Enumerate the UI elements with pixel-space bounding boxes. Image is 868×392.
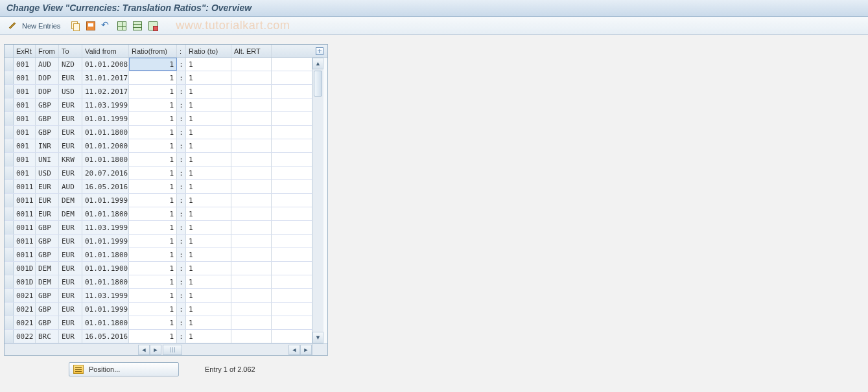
- cell-from[interactable]: UNI: [36, 153, 59, 166]
- row-selector[interactable]: [5, 289, 14, 302]
- cell-to[interactable]: KRW: [59, 153, 82, 166]
- cell-alt-ert[interactable]: [231, 153, 272, 166]
- cell-to[interactable]: EUR: [59, 248, 82, 261]
- cell-ratio-to[interactable]: 1: [186, 275, 231, 288]
- cell-exrt[interactable]: 001: [14, 112, 36, 125]
- cell-alt-ert[interactable]: [231, 303, 272, 316]
- select-all-icon[interactable]: [116, 20, 128, 32]
- cell-alt-ert[interactable]: [231, 221, 272, 234]
- row-selector[interactable]: [5, 180, 14, 193]
- cell-ratio-from[interactable]: 1: [129, 58, 177, 71]
- table-row[interactable]: 001GBPEUR11.03.19991:1: [5, 98, 312, 112]
- cell-alt-ert[interactable]: [231, 275, 272, 288]
- cell-ratio-from[interactable]: 1: [129, 167, 177, 179]
- cell-ratio-from[interactable]: 1: [129, 207, 177, 220]
- cell-exrt[interactable]: 0011: [14, 180, 36, 193]
- table-row[interactable]: 001DDEMEUR01.01.18001:1: [5, 275, 312, 289]
- cell-valid-from[interactable]: 16.05.2016: [82, 330, 129, 343]
- select-block-icon[interactable]: [132, 20, 143, 32]
- cell-to[interactable]: DEM: [59, 194, 82, 207]
- cell-ratio-from[interactable]: 1: [129, 85, 177, 98]
- cell-to[interactable]: EUR: [59, 71, 82, 84]
- hscroll-right2-icon[interactable]: ►: [300, 345, 312, 355]
- cell-alt-ert[interactable]: [231, 71, 272, 84]
- row-selector[interactable]: [5, 71, 14, 84]
- delete-icon[interactable]: [147, 20, 159, 32]
- table-row[interactable]: 001GBPEUR01.01.18001:1: [5, 126, 312, 139]
- cell-alt-ert[interactable]: [231, 262, 272, 275]
- row-selector[interactable]: [5, 235, 14, 248]
- row-selector[interactable]: [5, 303, 14, 316]
- cell-ratio-from[interactable]: 1: [129, 330, 177, 343]
- cell-ratio-to[interactable]: 1: [186, 330, 231, 343]
- cell-exrt[interactable]: 001D: [14, 275, 36, 288]
- cell-alt-ert[interactable]: [231, 207, 272, 220]
- cell-ratio-to[interactable]: 1: [186, 126, 231, 139]
- row-selector[interactable]: [5, 167, 14, 179]
- cell-ratio-to[interactable]: 1: [186, 180, 231, 193]
- cell-ratio-from[interactable]: 1: [129, 180, 177, 193]
- cell-valid-from[interactable]: 11.03.1999: [82, 289, 129, 302]
- cell-ratio-from[interactable]: 1: [129, 153, 177, 166]
- cell-ratio-to[interactable]: 1: [186, 262, 231, 275]
- cell-to[interactable]: EUR: [59, 221, 82, 234]
- cell-from[interactable]: BRC: [36, 330, 59, 343]
- cell-to[interactable]: EUR: [59, 262, 82, 275]
- cell-from[interactable]: GBP: [36, 126, 59, 139]
- table-row[interactable]: 0011GBPEUR01.01.18001:1: [5, 248, 312, 262]
- cell-to[interactable]: EUR: [59, 330, 82, 343]
- cell-from[interactable]: GBP: [36, 303, 59, 316]
- cell-exrt[interactable]: 0011: [14, 235, 36, 248]
- cell-ratio-to[interactable]: 1: [186, 194, 231, 207]
- cell-from[interactable]: GBP: [36, 316, 59, 329]
- cell-exrt[interactable]: 001: [14, 58, 36, 71]
- cell-from[interactable]: EUR: [36, 180, 59, 193]
- cell-from[interactable]: INR: [36, 139, 59, 152]
- table-row[interactable]: 001UNIKRW01.01.18001:1: [5, 153, 312, 167]
- cell-ratio-from[interactable]: 1: [129, 235, 177, 248]
- cell-ratio-to[interactable]: 1: [186, 303, 231, 316]
- table-row[interactable]: 0021GBPEUR01.01.18001:1: [5, 316, 312, 330]
- cell-to[interactable]: DEM: [59, 207, 82, 220]
- cell-ratio-to[interactable]: 1: [186, 85, 231, 98]
- cell-alt-ert[interactable]: [231, 248, 272, 261]
- hscroll-left2-icon[interactable]: ◄: [288, 345, 300, 355]
- cell-to[interactable]: NZD: [59, 58, 82, 71]
- cell-valid-from[interactable]: 01.01.1800: [82, 248, 129, 261]
- cell-exrt[interactable]: 0022: [14, 330, 36, 343]
- row-selector[interactable]: [5, 330, 14, 343]
- col-to[interactable]: To: [59, 45, 82, 57]
- table-row[interactable]: 001AUDNZD01.01.20081:1: [5, 58, 312, 71]
- cell-ratio-from[interactable]: 1: [129, 194, 177, 207]
- cell-valid-from[interactable]: 16.05.2016: [82, 180, 129, 193]
- cell-valid-from[interactable]: 31.01.2017: [82, 71, 129, 84]
- cell-ratio-to[interactable]: 1: [186, 153, 231, 166]
- row-selector[interactable]: [5, 262, 14, 275]
- cell-alt-ert[interactable]: [231, 289, 272, 302]
- cell-valid-from[interactable]: 11.03.1999: [82, 221, 129, 234]
- cell-ratio-from[interactable]: 1: [129, 98, 177, 111]
- cell-ratio-from[interactable]: 1: [129, 275, 177, 288]
- cell-alt-ert[interactable]: [231, 126, 272, 139]
- cell-valid-from[interactable]: 01.01.1800: [82, 153, 129, 166]
- col-alt-ert[interactable]: Alt. ERT: [231, 45, 272, 57]
- cell-from[interactable]: GBP: [36, 221, 59, 234]
- cell-ratio-from[interactable]: 1: [129, 303, 177, 316]
- cell-to[interactable]: EUR: [59, 126, 82, 139]
- cell-valid-from[interactable]: 11.03.1999: [82, 98, 129, 111]
- cell-ratio-from[interactable]: 1: [129, 71, 177, 84]
- table-row[interactable]: 0011EURAUD16.05.20161:1: [5, 180, 312, 194]
- cell-alt-ert[interactable]: [231, 167, 272, 179]
- copy-icon[interactable]: [69, 20, 81, 32]
- cell-ratio-from[interactable]: 1: [129, 112, 177, 125]
- configure-columns-icon[interactable]: [312, 45, 327, 58]
- table-row[interactable]: 0011EURDEM01.01.19991:1: [5, 194, 312, 207]
- table-row[interactable]: 001GBPEUR01.01.19991:1: [5, 112, 312, 126]
- cell-ratio-to[interactable]: 1: [186, 112, 231, 125]
- cell-alt-ert[interactable]: [231, 194, 272, 207]
- cell-from[interactable]: GBP: [36, 248, 59, 261]
- cell-exrt[interactable]: 0021: [14, 316, 36, 329]
- cell-from[interactable]: DOP: [36, 71, 59, 84]
- cell-ratio-from[interactable]: 1: [129, 139, 177, 152]
- cell-exrt[interactable]: 001: [14, 126, 36, 139]
